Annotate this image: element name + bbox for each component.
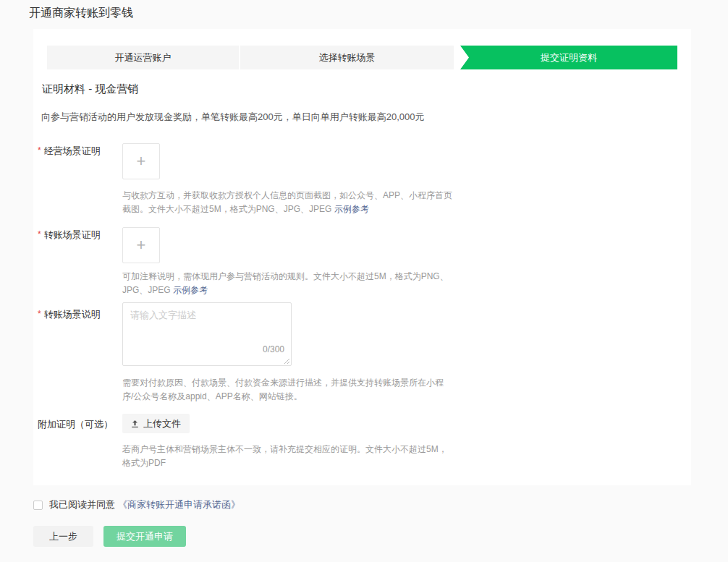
step-open-operating-account: 开通运营账户: [47, 46, 239, 69]
step-label: 提交证明资料: [541, 51, 597, 64]
resize-handle-icon[interactable]: [284, 358, 290, 365]
step-label: 选择转账场景: [319, 51, 376, 64]
form-card: 开通运营账户 选择转账场景 提交证明资料 证明材料 - 现金营销 向参与营销活动…: [33, 29, 691, 485]
char-counter: 0/300: [263, 344, 284, 354]
section-title: 证明材料 - 现金营销: [42, 82, 138, 96]
page-title: 开通商家转账到零钱: [29, 6, 133, 21]
additional-proof-help: 若商户号主体和营销场景主体不一致，请补充提交相应的证明。文件大小不超过5M，格式…: [122, 443, 454, 470]
transfer-scene-description-wrap: 0/300: [122, 302, 292, 366]
agreement-checkbox[interactable]: [33, 501, 43, 510]
plus-icon: +: [137, 153, 146, 169]
business-scene-help: 与收款方互动，并获取收款方授权个人信息的页面截图，如公众号、APP、小程序首页截…: [122, 189, 454, 216]
step-choose-transfer-scene: 选择转账场景: [240, 46, 454, 69]
submit-application-button[interactable]: 提交开通申请: [103, 526, 186, 547]
step-submit-proof-active: 提交证明资料: [460, 46, 677, 69]
agreement-label: 我已阅读并同意: [49, 498, 115, 511]
agreement-letter-link[interactable]: 《商家转账开通申请承诺函》: [118, 498, 240, 511]
transfer-scene-description-textarea[interactable]: [122, 302, 292, 366]
upload-file-button[interactable]: 上传文件: [122, 414, 190, 433]
field-label-additional-proof: 附加证明（可选）: [38, 418, 113, 431]
example-reference-link[interactable]: 示例参考: [334, 204, 369, 214]
field-label-transfer-scene-description: *转账场景说明: [38, 308, 101, 321]
example-reference-link[interactable]: 示例参考: [173, 285, 208, 295]
step-bar: 开通运营账户 选择转账场景 提交证明资料: [47, 46, 678, 69]
step-label: 开通运营账户: [115, 51, 172, 64]
required-asterisk: *: [38, 145, 41, 156]
transfer-scene-upload-box[interactable]: +: [122, 227, 160, 263]
transfer-scene-help: 可加注释说明，需体现用户参与营销活动的规则。文件大小不超过5M，格式为PNG、J…: [122, 270, 454, 297]
required-asterisk: *: [38, 229, 41, 239]
plus-icon: +: [137, 237, 146, 253]
page: 开通商家转账到零钱 开通运营账户 选择转账场景 提交证明资料 证明材料 - 现金…: [0, 0, 728, 562]
upload-icon: [131, 420, 139, 428]
field-label-business-scene-proof: *经营场景证明: [38, 145, 101, 158]
section-description: 向参与营销活动的用户发放现金奖励，单笔转账最高200元，单日向单用户转账最高20…: [41, 111, 424, 124]
agreement-row: 我已阅读并同意 《商家转账开通申请承诺函》: [33, 498, 240, 511]
field-label-transfer-scene-proof: *转账场景证明: [38, 229, 101, 242]
business-scene-upload-box[interactable]: +: [122, 143, 160, 179]
required-asterisk: *: [38, 309, 41, 319]
transfer-scene-description-help: 需要对付款原因、付款场景、付款资金来源进行描述，并提供支持转账场景所在小程序/公…: [122, 376, 454, 404]
previous-step-button[interactable]: 上一步: [33, 526, 93, 547]
